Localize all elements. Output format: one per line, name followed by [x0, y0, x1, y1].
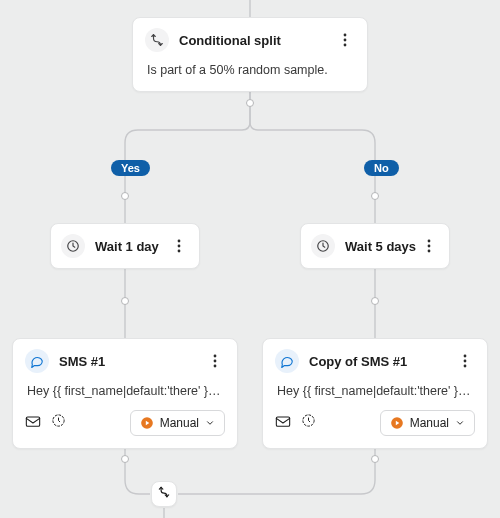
connector-node — [121, 192, 129, 200]
quiet-hours-icon — [51, 413, 66, 432]
card-menu-button[interactable] — [419, 234, 439, 258]
chevron-down-icon — [205, 418, 215, 428]
svg-point-17 — [464, 355, 467, 358]
delivery-mode-button[interactable]: Manual — [130, 410, 225, 436]
svg-point-13 — [214, 365, 217, 368]
svg-point-0 — [344, 34, 347, 37]
yes-pill: Yes — [111, 160, 150, 176]
svg-point-10 — [428, 250, 431, 253]
sms-preview: Hey {{ first_name|default:'there' }}, it… — [13, 383, 237, 410]
delivery-mode-label: Manual — [410, 416, 449, 430]
clock-icon — [61, 234, 85, 258]
play-icon — [140, 416, 154, 430]
svg-point-8 — [428, 240, 431, 243]
connector-node — [121, 297, 129, 305]
conditional-split-card[interactable]: Conditional split Is part of a 50% rando… — [132, 17, 368, 92]
svg-point-4 — [178, 240, 181, 243]
delivery-mode-label: Manual — [160, 416, 199, 430]
merge-node[interactable] — [151, 481, 177, 507]
no-pill: No — [364, 160, 399, 176]
svg-point-18 — [464, 360, 467, 363]
card-menu-button[interactable] — [455, 349, 475, 373]
svg-point-9 — [428, 245, 431, 248]
smart-send-icon — [275, 414, 291, 432]
svg-rect-14 — [26, 417, 39, 426]
card-description: Is part of a 50% random sample. — [133, 62, 367, 91]
svg-rect-20 — [276, 417, 289, 426]
branch-icon — [145, 28, 169, 52]
svg-point-2 — [344, 44, 347, 47]
svg-point-19 — [464, 365, 467, 368]
sms-title: SMS #1 — [59, 354, 205, 369]
smart-send-icon — [25, 414, 41, 432]
play-icon — [390, 416, 404, 430]
connector-node — [371, 192, 379, 200]
connector-node — [371, 455, 379, 463]
connector-node — [246, 99, 254, 107]
sms-title: Copy of SMS #1 — [309, 354, 455, 369]
card-menu-button[interactable] — [205, 349, 225, 373]
sms-card-right[interactable]: Copy of SMS #1 Hey {{ first_name|default… — [262, 338, 488, 449]
connector-node — [121, 455, 129, 463]
svg-point-12 — [214, 360, 217, 363]
card-menu-button[interactable] — [169, 234, 189, 258]
connector-node — [371, 297, 379, 305]
clock-icon — [311, 234, 335, 258]
wait-card-right[interactable]: Wait 5 days — [300, 223, 450, 269]
chat-icon — [275, 349, 299, 373]
svg-point-11 — [214, 355, 217, 358]
wait-title: Wait 1 day — [95, 239, 169, 254]
wait-title: Wait 5 days — [345, 239, 419, 254]
merge-icon — [157, 485, 171, 503]
sms-footer-icons — [275, 413, 316, 432]
wait-card-left[interactable]: Wait 1 day — [50, 223, 200, 269]
svg-point-5 — [178, 245, 181, 248]
delivery-mode-button[interactable]: Manual — [380, 410, 475, 436]
sms-preview: Hey {{ first_name|default:'there' }}, it… — [263, 383, 487, 410]
sms-footer-icons — [25, 413, 66, 432]
card-menu-button[interactable] — [335, 28, 355, 52]
svg-point-1 — [344, 39, 347, 42]
sms-card-left[interactable]: SMS #1 Hey {{ first_name|default:'there'… — [12, 338, 238, 449]
chevron-down-icon — [455, 418, 465, 428]
svg-point-6 — [178, 250, 181, 253]
chat-icon — [25, 349, 49, 373]
quiet-hours-icon — [301, 413, 316, 432]
card-title: Conditional split — [179, 33, 335, 48]
